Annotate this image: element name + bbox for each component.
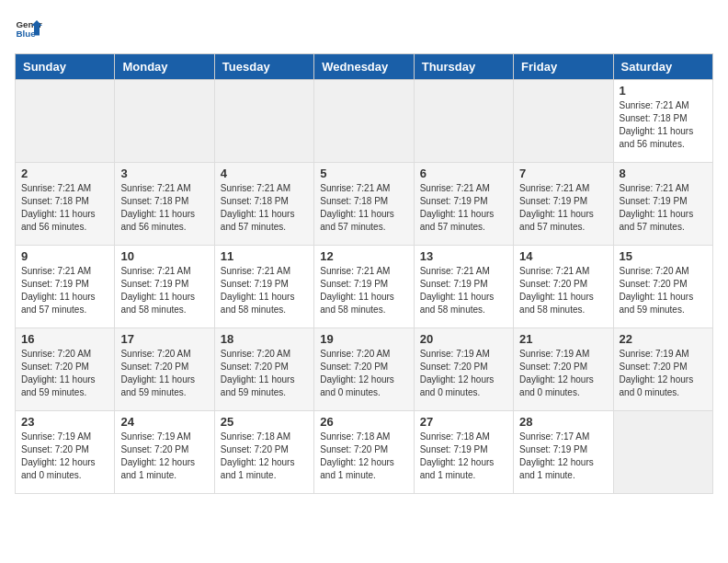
calendar-cell: 20Sunrise: 7:19 AM Sunset: 7:20 PM Dayli… — [414, 328, 513, 411]
calendar-cell: 7Sunrise: 7:21 AM Sunset: 7:19 PM Daylig… — [514, 163, 613, 246]
day-number: 13 — [420, 249, 507, 263]
day-number: 21 — [519, 332, 607, 346]
calendar-cell: 28Sunrise: 7:17 AM Sunset: 7:19 PM Dayli… — [514, 411, 613, 494]
day-info: Sunrise: 7:19 AM Sunset: 7:20 PM Dayligh… — [420, 348, 507, 399]
calendar-cell: 24Sunrise: 7:19 AM Sunset: 7:20 PM Dayli… — [115, 411, 214, 494]
day-number: 16 — [21, 332, 108, 346]
day-number: 27 — [420, 415, 507, 429]
calendar-cell: 10Sunrise: 7:21 AM Sunset: 7:19 PM Dayli… — [115, 246, 214, 328]
calendar-cell: 5Sunrise: 7:21 AM Sunset: 7:18 PM Daylig… — [314, 163, 414, 246]
calendar-cell: 25Sunrise: 7:18 AM Sunset: 7:20 PM Dayli… — [214, 411, 313, 494]
header-area: General Blue — [15, 15, 713, 42]
day-header-saturday: Saturday — [613, 54, 712, 80]
day-number: 15 — [620, 249, 707, 263]
calendar-cell: 21Sunrise: 7:19 AM Sunset: 7:20 PM Dayli… — [514, 328, 613, 411]
day-number: 3 — [120, 167, 208, 180]
calendar-cell: 26Sunrise: 7:18 AM Sunset: 7:20 PM Dayli… — [314, 411, 414, 494]
calendar-header-row: SundayMondayTuesdayWednesdayThursdayFrid… — [16, 54, 713, 80]
day-number: 17 — [120, 332, 208, 346]
day-number: 2 — [21, 167, 108, 180]
day-info: Sunrise: 7:20 AM Sunset: 7:20 PM Dayligh… — [620, 265, 707, 316]
calendar-week-row: 16Sunrise: 7:20 AM Sunset: 7:20 PM Dayli… — [16, 328, 713, 411]
day-number: 12 — [320, 249, 407, 263]
day-number: 24 — [120, 415, 208, 429]
day-number: 23 — [21, 415, 108, 429]
calendar-cell: 27Sunrise: 7:18 AM Sunset: 7:19 PM Dayli… — [414, 411, 513, 494]
calendar-cell — [514, 80, 613, 163]
day-info: Sunrise: 7:19 AM Sunset: 7:20 PM Dayligh… — [21, 431, 108, 482]
day-info: Sunrise: 7:17 AM Sunset: 7:19 PM Dayligh… — [519, 431, 607, 482]
calendar-cell: 16Sunrise: 7:20 AM Sunset: 7:20 PM Dayli… — [16, 328, 115, 411]
calendar-cell: 2Sunrise: 7:21 AM Sunset: 7:18 PM Daylig… — [16, 163, 115, 246]
day-info: Sunrise: 7:21 AM Sunset: 7:19 PM Dayligh… — [420, 265, 507, 316]
calendar-cell: 18Sunrise: 7:20 AM Sunset: 7:20 PM Dayli… — [214, 328, 313, 411]
day-header-thursday: Thursday — [414, 54, 513, 80]
day-info: Sunrise: 7:21 AM Sunset: 7:19 PM Dayligh… — [620, 182, 707, 234]
calendar-week-row: 9Sunrise: 7:21 AM Sunset: 7:19 PM Daylig… — [16, 246, 713, 328]
day-number: 25 — [221, 415, 308, 429]
calendar-cell: 8Sunrise: 7:21 AM Sunset: 7:19 PM Daylig… — [613, 163, 712, 246]
day-number: 20 — [420, 332, 507, 346]
logo-icon: General Blue — [15, 15, 42, 42]
calendar-cell: 3Sunrise: 7:21 AM Sunset: 7:18 PM Daylig… — [115, 163, 214, 246]
calendar-cell: 11Sunrise: 7:21 AM Sunset: 7:19 PM Dayli… — [214, 246, 313, 328]
day-number: 6 — [420, 167, 507, 180]
calendar-week-row: 2Sunrise: 7:21 AM Sunset: 7:18 PM Daylig… — [16, 163, 713, 246]
day-info: Sunrise: 7:19 AM Sunset: 7:20 PM Dayligh… — [519, 348, 607, 399]
calendar-cell — [613, 411, 712, 494]
calendar-cell — [16, 80, 115, 163]
day-number: 10 — [120, 249, 208, 263]
day-number: 5 — [320, 167, 407, 180]
day-info: Sunrise: 7:21 AM Sunset: 7:19 PM Dayligh… — [21, 265, 108, 316]
calendar-cell: 17Sunrise: 7:20 AM Sunset: 7:20 PM Dayli… — [115, 328, 214, 411]
day-info: Sunrise: 7:21 AM Sunset: 7:19 PM Dayligh… — [519, 182, 607, 234]
calendar-cell: 13Sunrise: 7:21 AM Sunset: 7:19 PM Dayli… — [414, 246, 513, 328]
day-number: 1 — [620, 84, 707, 98]
day-number: 11 — [221, 249, 308, 263]
calendar-cell: 15Sunrise: 7:20 AM Sunset: 7:20 PM Dayli… — [613, 246, 712, 328]
day-info: Sunrise: 7:20 AM Sunset: 7:20 PM Dayligh… — [120, 348, 208, 399]
calendar-table: SundayMondayTuesdayWednesdayThursdayFrid… — [15, 53, 713, 494]
day-number: 19 — [320, 332, 407, 346]
day-header-tuesday: Tuesday — [214, 54, 313, 80]
calendar-cell — [414, 80, 513, 163]
day-info: Sunrise: 7:19 AM Sunset: 7:20 PM Dayligh… — [620, 348, 707, 399]
day-info: Sunrise: 7:21 AM Sunset: 7:18 PM Dayligh… — [620, 99, 707, 151]
day-info: Sunrise: 7:21 AM Sunset: 7:18 PM Dayligh… — [120, 182, 208, 234]
calendar-cell: 9Sunrise: 7:21 AM Sunset: 7:19 PM Daylig… — [16, 246, 115, 328]
calendar-week-row: 1Sunrise: 7:21 AM Sunset: 7:18 PM Daylig… — [16, 80, 713, 163]
day-number: 26 — [320, 415, 407, 429]
calendar-cell: 1Sunrise: 7:21 AM Sunset: 7:18 PM Daylig… — [613, 80, 712, 163]
calendar-cell: 22Sunrise: 7:19 AM Sunset: 7:20 PM Dayli… — [613, 328, 712, 411]
day-info: Sunrise: 7:21 AM Sunset: 7:19 PM Dayligh… — [221, 265, 308, 316]
day-info: Sunrise: 7:20 AM Sunset: 7:20 PM Dayligh… — [21, 348, 108, 399]
day-header-wednesday: Wednesday — [314, 54, 414, 80]
calendar-cell: 19Sunrise: 7:20 AM Sunset: 7:20 PM Dayli… — [314, 328, 414, 411]
day-number: 18 — [221, 332, 308, 346]
day-info: Sunrise: 7:18 AM Sunset: 7:19 PM Dayligh… — [420, 431, 507, 482]
calendar-cell: 4Sunrise: 7:21 AM Sunset: 7:18 PM Daylig… — [214, 163, 313, 246]
calendar-cell: 6Sunrise: 7:21 AM Sunset: 7:19 PM Daylig… — [414, 163, 513, 246]
day-info: Sunrise: 7:21 AM Sunset: 7:19 PM Dayligh… — [420, 182, 507, 234]
day-header-friday: Friday — [514, 54, 613, 80]
calendar-week-row: 23Sunrise: 7:19 AM Sunset: 7:20 PM Dayli… — [16, 411, 713, 494]
day-info: Sunrise: 7:21 AM Sunset: 7:20 PM Dayligh… — [519, 265, 607, 316]
day-number: 28 — [519, 415, 607, 429]
day-number: 4 — [221, 167, 308, 180]
calendar-cell — [214, 80, 313, 163]
day-info: Sunrise: 7:21 AM Sunset: 7:19 PM Dayligh… — [320, 265, 407, 316]
day-info: Sunrise: 7:21 AM Sunset: 7:18 PM Dayligh… — [320, 182, 407, 234]
day-info: Sunrise: 7:20 AM Sunset: 7:20 PM Dayligh… — [320, 348, 407, 399]
calendar-cell: 23Sunrise: 7:19 AM Sunset: 7:20 PM Dayli… — [16, 411, 115, 494]
day-number: 14 — [519, 249, 607, 263]
day-info: Sunrise: 7:18 AM Sunset: 7:20 PM Dayligh… — [221, 431, 308, 482]
day-number: 9 — [21, 249, 108, 263]
calendar-cell: 14Sunrise: 7:21 AM Sunset: 7:20 PM Dayli… — [514, 246, 613, 328]
day-number: 22 — [620, 332, 707, 346]
logo: General Blue — [15, 15, 46, 42]
day-info: Sunrise: 7:21 AM Sunset: 7:19 PM Dayligh… — [120, 265, 208, 316]
day-header-sunday: Sunday — [16, 54, 115, 80]
day-info: Sunrise: 7:18 AM Sunset: 7:20 PM Dayligh… — [320, 431, 407, 482]
day-number: 7 — [519, 167, 607, 180]
day-info: Sunrise: 7:20 AM Sunset: 7:20 PM Dayligh… — [221, 348, 308, 399]
